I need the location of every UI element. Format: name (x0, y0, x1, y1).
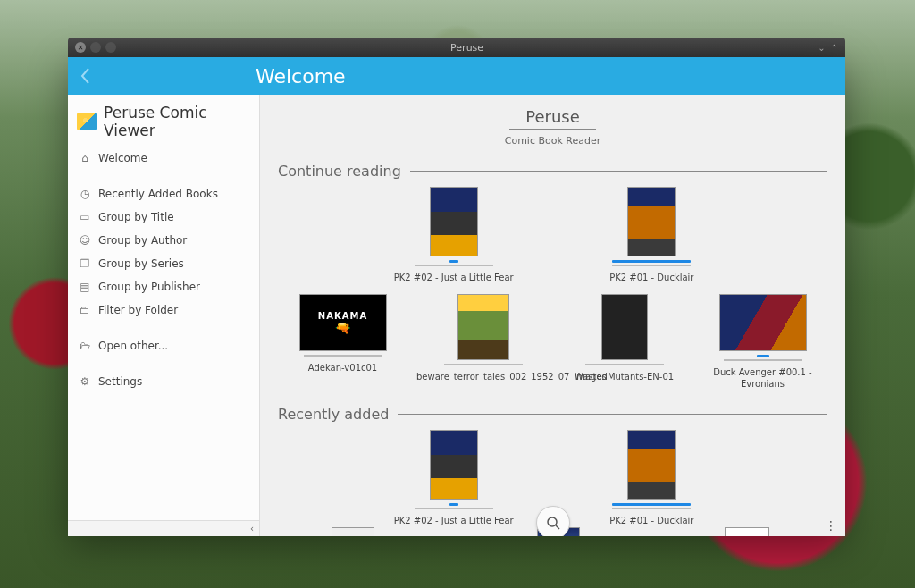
close-window-icon[interactable]: ✕ (75, 42, 86, 53)
book-thumbnail (430, 187, 478, 256)
app-window: Welcome Peruse Comic Viewer ⌂ Welcome ◷ … (68, 57, 845, 536)
window-title: Peruse (116, 42, 818, 54)
progress-bar (449, 503, 458, 506)
sidebar-item-label: Group by Publisher (98, 281, 200, 293)
chevron-left-icon: ‹ (250, 524, 254, 533)
section-recently-added: Recently added (278, 406, 827, 423)
sidebar: Peruse Comic Viewer ⌂ Welcome ◷ Recently… (68, 95, 260, 536)
book-thumbnail (601, 294, 648, 360)
app-header: Welcome (68, 57, 845, 95)
sidebar-item-label: Recently Added Books (98, 188, 218, 200)
book-thumbnail-peek[interactable] (332, 527, 374, 536)
book-card[interactable]: Duck Avenger #00.1 - Evronians (698, 294, 827, 390)
progress-bar (612, 503, 691, 506)
settings-icon: ⚙ (79, 375, 91, 388)
search-button[interactable] (536, 506, 570, 536)
progress-bar (757, 355, 769, 357)
main-content: Peruse Comic Book Reader Continue readin… (260, 95, 845, 536)
person-icon: ☺ (79, 234, 91, 247)
stack-icon: ❐ (79, 257, 91, 270)
building-icon: ▤ (79, 281, 91, 293)
chevron-left-icon (78, 65, 94, 87)
sidebar-item-settings[interactable]: ⚙ Settings (68, 370, 259, 393)
sidebar-collapse-button[interactable]: ‹ (68, 520, 259, 536)
book-thumbnail (430, 430, 478, 500)
book-card[interactable]: WastedMutants-EN-01 (559, 294, 689, 390)
book-card[interactable]: PK2 #01 - Ducklair (584, 430, 718, 526)
book-card[interactable]: PK2 #02 - Just a Little Fear (387, 430, 521, 526)
app-subtitle: Comic Book Reader (278, 135, 827, 147)
book-thumbnail (458, 294, 509, 360)
sidebar-item-author[interactable]: ☺ Group by Author (68, 229, 259, 252)
folder-icon: 🗀 (79, 304, 91, 316)
back-button[interactable] (68, 65, 104, 87)
sidebar-item-publisher[interactable]: ▤ Group by Publisher (68, 275, 259, 298)
progress-bar (449, 260, 458, 263)
sidebar-item-label: Group by Title (98, 211, 174, 223)
book-thumbnail-peek[interactable] (725, 527, 769, 536)
book-title: PK2 #01 - Ducklair (609, 515, 693, 526)
sidebar-item-title[interactable]: ▭ Group by Title (68, 206, 259, 229)
page-title: Welcome (256, 65, 346, 88)
book-title: PK2 #02 - Just a Little Fear (394, 515, 514, 526)
book-thumbnail (719, 294, 807, 351)
maximize-window-icon[interactable] (105, 42, 116, 53)
folder-open-icon: 🗁 (79, 340, 91, 352)
sidebar-item-folder[interactable]: 🗀 Filter by Folder (68, 298, 259, 322)
book-thumbnail: NAKAMA 🔫 (299, 294, 387, 351)
sidebar-item-label: Filter by Folder (98, 304, 178, 316)
section-label: Continue reading (278, 163, 401, 180)
book-thumbnail (627, 187, 676, 256)
book-title: beware_terror_tales_002_1952_07_images (416, 371, 550, 382)
sidebar-item-recent[interactable]: ◷ Recently Added Books (68, 182, 259, 206)
sidebar-item-series[interactable]: ❐ Group by Series (68, 252, 259, 275)
book-card[interactable]: NAKAMA 🔫 Adekan-v01c01 (278, 294, 407, 390)
app-brand-label: Peruse Comic Viewer (104, 104, 250, 139)
app-brand: Peruse Comic Viewer (68, 95, 259, 147)
search-icon (546, 516, 560, 530)
minimize-window-icon[interactable] (90, 42, 101, 53)
book-card[interactable]: PK2 #02 - Just a Little Fear (387, 187, 521, 283)
clock-icon: ◷ (79, 188, 91, 200)
book-card[interactable]: beware_terror_tales_002_1952_07_images (416, 294, 550, 390)
section-label: Recently added (278, 406, 389, 423)
home-icon: ⌂ (79, 152, 91, 164)
sidebar-item-label: Welcome (98, 152, 147, 164)
keep-above-icon[interactable]: ⌃ (831, 43, 838, 53)
svg-point-0 (548, 517, 557, 526)
book-title: PK2 #01 - Ducklair (609, 272, 693, 283)
window-titlebar: ✕ Peruse ⌄ ⌃ (68, 38, 845, 57)
progress-bar (612, 260, 691, 263)
book-title: PK2 #02 - Just a Little Fear (394, 272, 514, 283)
shade-window-icon[interactable]: ⌄ (818, 43, 825, 53)
overflow-menu-button[interactable]: ⋮ (822, 517, 840, 534)
book-card[interactable]: PK2 #01 - Ducklair (584, 187, 718, 283)
sidebar-item-welcome[interactable]: ⌂ Welcome (68, 147, 259, 170)
sidebar-item-label: Group by Author (98, 234, 187, 247)
app-name-heading: Peruse (509, 107, 596, 130)
kebab-icon: ⋮ (825, 518, 837, 533)
book-thumbnail (627, 430, 676, 500)
sidebar-item-label: Settings (98, 375, 142, 388)
section-continue-reading: Continue reading (278, 163, 827, 180)
tag-icon: ▭ (79, 211, 91, 223)
thumbnail-text: NAKAMA (318, 311, 367, 321)
sidebar-item-open-other[interactable]: 🗁 Open other... (68, 334, 259, 357)
sidebar-item-label: Group by Series (98, 257, 184, 270)
book-title: WastedMutants-EN-01 (575, 371, 674, 382)
book-title: Duck Avenger #00.1 - Evronians (698, 366, 827, 390)
svg-line-1 (556, 525, 559, 529)
app-logo-icon (77, 113, 97, 130)
sidebar-item-label: Open other... (98, 340, 168, 352)
book-title: Adekan-v01c01 (308, 362, 377, 374)
